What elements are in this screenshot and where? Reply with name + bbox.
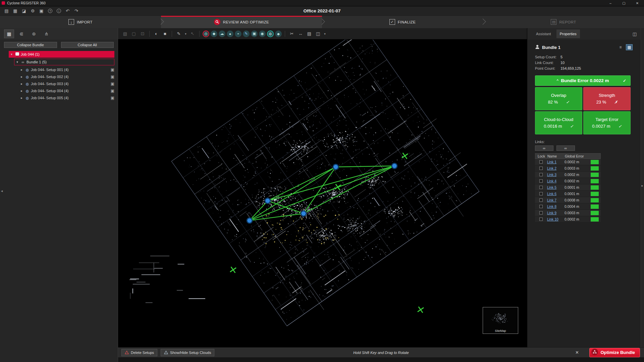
lock-links-button[interactable]: ∞ (556, 145, 575, 151)
lock-checkbox[interactable] (535, 192, 547, 195)
link-name-link[interactable]: Link 6 (547, 192, 565, 196)
column-header-lock[interactable]: Lock (535, 154, 547, 158)
camera-icon[interactable]: ◉ (259, 31, 266, 37)
lock-checkbox[interactable] (535, 160, 547, 164)
link-name-link[interactable]: Link 3 (547, 173, 565, 177)
collapse-bundle-button[interactable]: Collapse Bundle (4, 42, 57, 48)
view-ball-icon[interactable]: ◐ (153, 30, 160, 38)
setup-image-icon[interactable]: ▣ (111, 96, 114, 100)
tree-item-job[interactable]: ▾ Job 044 (1) (9, 51, 114, 58)
expand-caret-icon[interactable]: ▸ (19, 82, 24, 85)
lock-checkbox[interactable] (535, 173, 547, 176)
lock-checkbox[interactable] (535, 179, 547, 183)
layers-icon[interactable]: ▤ (306, 30, 313, 38)
tree-item-setup[interactable]: ▸◍Job 044- Setup 002 (4)▣ (19, 73, 114, 80)
expand-caret-icon[interactable]: ▸ (19, 89, 24, 93)
delete-setups-button[interactable]: Delete Setups (121, 349, 157, 356)
view-plane-icon[interactable]: ■ (161, 30, 169, 38)
setup-image-icon[interactable]: ▣ (111, 81, 114, 86)
pick-point-icon[interactable]: ↖ (189, 30, 196, 38)
maximize-button[interactable]: ▢ (617, 0, 631, 6)
lock-checkbox[interactable] (535, 186, 547, 189)
limit-box-icon[interactable]: ◎ (203, 31, 209, 37)
link-name-link[interactable]: Link 8 (547, 204, 565, 208)
setup-image-icon[interactable]: ▣ (111, 67, 114, 72)
tree-item-setup[interactable]: ▸◍Job 044- Setup 004 (4)▣ (19, 87, 114, 94)
link-name-link[interactable]: Link 5 (547, 185, 565, 189)
measure-tool-icon[interactable]: ✎ (175, 30, 182, 38)
collapse-all-button[interactable]: Collapse All (61, 42, 114, 48)
info-icon[interactable]: i (55, 7, 63, 15)
target-error-tile[interactable]: Target Error 0.0027 m✓ (583, 111, 631, 134)
image-icon[interactable]: ▣ (251, 31, 258, 37)
collapse-caret-icon[interactable]: ▾ (9, 53, 14, 56)
link-name-link[interactable]: Link 7 (547, 198, 565, 202)
list-view-icon[interactable]: ≡ (617, 44, 624, 50)
cloud-visibility-icon[interactable]: ☁ (219, 31, 225, 37)
minimize-button[interactable]: – (604, 0, 617, 6)
cloud-to-cloud-tile[interactable]: Cloud-to-Cloud 0.0016 m✓ (535, 111, 582, 134)
select-tool-icon[interactable]: ▧ (121, 30, 129, 38)
tree-item-setup[interactable]: ▸◍Job 044- Setup 001 (4)▣ (19, 66, 114, 73)
viewport-layout-icon[interactable]: ◫ (314, 30, 322, 38)
tab-attachments[interactable]: ⋐ (16, 29, 26, 38)
tree-item-setup[interactable]: ▸◍Job 044- Setup 005 (4)▣ (19, 95, 114, 101)
checker-target-icon[interactable]: ◓ (235, 31, 241, 37)
storage-icon[interactable]: ▣ (38, 7, 45, 15)
tab-project-explorer[interactable]: ▦ (4, 29, 14, 38)
import-data-icon[interactable]: ◪ (20, 7, 28, 15)
collapse-caret-icon[interactable]: ▾ (15, 60, 19, 64)
rect-select-icon[interactable]: ▢ (130, 30, 138, 38)
optimize-bundle-button[interactable]: Optimize Bundle (589, 348, 640, 357)
setup-image-icon[interactable]: ▣ (111, 74, 114, 79)
close-view-button[interactable]: ✕ (573, 350, 581, 355)
lock-checkbox[interactable] (535, 211, 547, 215)
expand-caret-icon[interactable]: ▸ (19, 75, 24, 78)
open-project-icon[interactable]: ▤ (3, 7, 10, 15)
expand-right-panel-arrow[interactable]: ► (641, 184, 644, 187)
settings-gear-icon[interactable]: ⚙ (29, 7, 37, 15)
tab-web-maps[interactable]: ⊕ (29, 29, 39, 38)
help-icon[interactable]: ? (46, 7, 54, 15)
overlap-tile[interactable]: Overlap 82 %✓ (535, 87, 582, 110)
lock-checkbox[interactable] (535, 167, 547, 170)
lock-checkbox[interactable] (535, 218, 547, 221)
workflow-step-review-and-optimize[interactable]: REVIEW AND OPTIMIZE (161, 16, 322, 28)
tab-assistant[interactable]: Assistant (533, 29, 554, 38)
link-name-link[interactable]: Link 10 (547, 217, 565, 221)
annotation-pen-icon[interactable]: ✎ (243, 31, 250, 37)
setup-image-icon[interactable]: ▣ (111, 88, 114, 93)
measure-caret-icon[interactable]: ▾ (184, 30, 187, 38)
collapse-panel-icon[interactable]: ◫ (631, 30, 639, 38)
tree-item-bundle[interactable]: ▾ ∞ Bundle 1 (5) (14, 59, 114, 65)
sitemap-minimap[interactable]: SiteMap (483, 307, 518, 334)
lock-checkbox[interactable] (535, 205, 547, 208)
close-button[interactable]: ✕ (631, 0, 644, 6)
zoom-window-icon[interactable]: ⊡ (139, 30, 146, 38)
sphere-target-icon[interactable]: ● (227, 31, 233, 37)
geotag-pin-icon[interactable]: ◍ (267, 31, 274, 37)
workflow-step-report[interactable]: ▤ REPORT (483, 16, 644, 28)
save-project-icon[interactable]: ▦ (11, 7, 19, 15)
workflow-step-finalize[interactable]: ✓ FINALIZE (322, 16, 483, 28)
workflow-step-import[interactable]: ↓ IMPORT (0, 16, 161, 28)
expand-view-icon[interactable]: ↔ (297, 30, 304, 38)
link-name-link[interactable]: Link 2 (547, 166, 565, 170)
create-link-button[interactable]: ∞ (535, 145, 553, 151)
person-pin-icon[interactable]: ☻ (275, 31, 282, 37)
show-hide-setup-clouds-button[interactable]: Show/Hide Setup Clouds (161, 349, 214, 356)
expand-caret-icon[interactable]: ▸ (19, 68, 24, 71)
collapse-left-panel-arrow[interactable]: ◄ (0, 189, 3, 193)
registration-map-view[interactable]: SiteMap (118, 40, 527, 347)
tag-icon[interactable]: ◆ (211, 31, 217, 37)
tree-item-setup[interactable]: ▸◍Job 044- Setup 003 (4)▣ (19, 80, 114, 87)
column-header-name[interactable]: Name (547, 154, 565, 158)
redo-icon[interactable]: ↷ (72, 7, 80, 15)
link-name-link[interactable]: Link 4 (547, 179, 565, 183)
expand-caret-icon[interactable]: ▸ (19, 96, 24, 100)
link-name-link[interactable]: Link 1 (547, 160, 565, 164)
bundle-error-banner[interactable]: ^ Bundle Error 0.0022 m ✓ (535, 75, 631, 86)
lock-checkbox[interactable] (535, 198, 547, 202)
strength-tile[interactable]: Strength 23 %✗ (583, 87, 631, 110)
grid-view-icon[interactable]: ▦ (626, 44, 633, 50)
